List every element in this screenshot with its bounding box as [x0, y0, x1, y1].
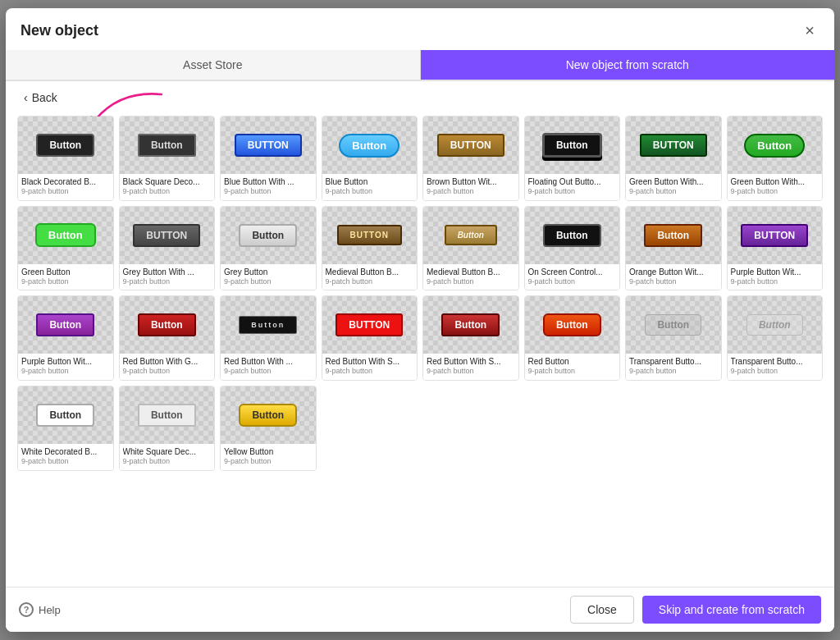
asset-grid-container: ButtonBlack Decorated B...9-patch button… — [6, 111, 834, 587]
asset-name: Medieval Button B... — [326, 267, 414, 277]
asset-info: White Square Dec...9-patch button — [120, 444, 215, 470]
asset-card[interactable]: ButtonOn Screen Control...9-patch button — [524, 206, 621, 291]
asset-info: Green Button9-patch button — [18, 264, 113, 290]
asset-info: Transparent Butto...9-patch button — [626, 354, 721, 380]
asset-card[interactable]: ButtonYellow Button9-patch button — [220, 386, 317, 471]
asset-info: Medieval Button B...9-patch button — [423, 264, 518, 290]
close-button[interactable]: Close — [570, 596, 634, 624]
button-preview-sample: Button — [744, 134, 805, 158]
button-preview-sample: BUTTON — [437, 134, 504, 157]
asset-preview: Button — [221, 386, 316, 444]
back-button[interactable]: ‹ Back — [19, 89, 62, 106]
asset-card[interactable]: ButtonWhite Square Dec...9-patch button — [119, 386, 216, 471]
button-preview-sample: BUTTON — [235, 134, 302, 157]
asset-type: 9-patch button — [123, 457, 212, 467]
asset-type: 9-patch button — [326, 367, 414, 377]
button-preview-sample: BUTTON — [337, 225, 402, 245]
asset-info: Floating Out Butto...9-patch button — [525, 174, 620, 200]
asset-info: Yellow Button9-patch button — [221, 444, 316, 470]
asset-info: Purple Button Wit...9-patch button — [728, 264, 823, 290]
asset-card[interactable]: BUTTONPurple Button Wit...9-patch button — [727, 206, 824, 291]
button-preview-sample: Button — [138, 404, 196, 427]
tab-asset-store[interactable]: Asset Store — [6, 50, 421, 80]
asset-type: 9-patch button — [123, 187, 212, 197]
asset-name: Grey Button — [224, 267, 313, 277]
asset-type: 9-patch button — [21, 367, 110, 377]
asset-preview: Button — [423, 207, 518, 264]
close-icon-button[interactable]: × — [800, 20, 819, 42]
button-preview-sample: Button — [36, 313, 94, 336]
asset-type: 9-patch button — [528, 367, 617, 377]
asset-card[interactable]: ButtonWhite Decorated B...9-patch button — [17, 386, 114, 471]
asset-card[interactable]: ButtonTransparent Butto...9-patch button — [625, 295, 722, 381]
asset-info: Medieval Button B...9-patch button — [322, 264, 418, 290]
asset-preview: BUTTON — [322, 296, 418, 354]
dialog-header: New object × — [6, 8, 834, 50]
button-preview-sample: Button — [36, 404, 94, 427]
asset-card[interactable]: BUTTONGrey Button With ...9-patch button — [119, 206, 216, 291]
asset-preview: BUTTON — [120, 207, 215, 264]
button-preview-sample: Button — [644, 224, 702, 247]
help-label: Help — [39, 604, 61, 616]
asset-card[interactable]: ButtonPurple Button Wit...9-patch button — [17, 295, 114, 381]
asset-card[interactable]: BUTTONMedieval Button B...9-patch button — [322, 206, 418, 291]
asset-preview: BUTTON — [221, 117, 316, 174]
asset-card[interactable]: BUTTONBlue Button With ...9-patch button — [220, 116, 317, 201]
asset-type: 9-patch button — [629, 277, 718, 287]
new-object-dialog: New object × Asset Store New object from… — [6, 8, 834, 632]
asset-preview: Button — [322, 117, 418, 174]
asset-preview: BUTTON — [626, 117, 721, 174]
asset-info: Brown Button Wit...9-patch button — [423, 174, 518, 200]
asset-info: Red Button9-patch button — [525, 354, 620, 380]
asset-type: 9-patch button — [21, 457, 110, 467]
asset-type: 9-patch button — [731, 277, 819, 287]
asset-preview: Button — [525, 117, 620, 174]
asset-card[interactable]: ButtonBlack Decorated B...9-patch button — [17, 116, 114, 201]
asset-type: 9-patch button — [326, 277, 414, 287]
tab-new-from-scratch[interactable]: New object from scratch — [421, 50, 835, 80]
asset-type: 9-patch button — [731, 187, 819, 197]
asset-preview: BUTTON — [728, 207, 823, 264]
asset-type: 9-patch button — [427, 277, 515, 287]
asset-name: Floating Out Butto... — [528, 176, 617, 187]
asset-preview: Button — [18, 207, 113, 264]
asset-name: Blue Button With ... — [224, 176, 313, 187]
asset-type: 9-patch button — [224, 367, 313, 377]
asset-name: On Screen Control... — [528, 267, 617, 277]
asset-preview: Button — [120, 296, 215, 354]
asset-card[interactable]: ButtonOrange Button Wit...9-patch button — [625, 206, 722, 291]
asset-card[interactable]: ButtonGrey Button9-patch button — [220, 206, 317, 291]
help-button[interactable]: ? Help — [19, 602, 61, 617]
asset-card[interactable]: BUTTONRed Button With S...9-patch button — [322, 295, 418, 381]
dialog-footer: ? Help Close Skip and create from scratc… — [6, 587, 834, 632]
asset-card[interactable]: ButtonGreen Button With...9-patch button — [727, 116, 824, 201]
asset-name: Transparent Butto... — [731, 356, 819, 367]
asset-card[interactable]: ButtonMedieval Button B...9-patch button — [422, 206, 519, 291]
asset-card[interactable]: ButtonRed Button With S...9-patch button — [422, 295, 519, 381]
asset-card[interactable]: ButtonBlack Square Deco...9-patch button — [119, 116, 216, 201]
asset-card[interactable]: ButtonTransparent Butto...9-patch button — [727, 295, 824, 381]
asset-name: Green Button With... — [629, 176, 718, 187]
asset-type: 9-patch button — [224, 277, 313, 287]
asset-card[interactable]: ButtonGreen Button9-patch button — [17, 206, 114, 291]
asset-info: Black Decorated B...9-patch button — [18, 174, 113, 200]
button-preview-sample: BUTTON — [336, 313, 403, 336]
asset-preview: Button — [525, 296, 620, 354]
asset-card[interactable]: BUTTONBrown Button Wit...9-patch button — [422, 116, 519, 201]
asset-type: 9-patch button — [21, 277, 110, 287]
asset-card[interactable]: ButtonRed Button9-patch button — [524, 295, 621, 381]
button-preview-sample: Button — [543, 224, 601, 247]
asset-name: Medieval Button B... — [427, 267, 515, 277]
asset-preview: Button — [626, 296, 721, 354]
asset-info: Grey Button9-patch button — [221, 264, 316, 290]
dialog-title: New object — [21, 22, 98, 39]
skip-and-create-button[interactable]: Skip and create from scratch — [642, 596, 821, 624]
asset-name: Red Button With G... — [123, 356, 212, 367]
asset-card[interactable]: ButtonRed Button With G...9-patch button — [119, 295, 216, 381]
asset-card[interactable]: BUTTONGreen Button With...9-patch button — [625, 116, 722, 201]
asset-card[interactable]: ButtonBlue Button9-patch button — [322, 116, 418, 201]
asset-card[interactable]: ButtonFloating Out Butto...9-patch butto… — [524, 116, 621, 201]
asset-name: Green Button — [21, 267, 110, 277]
asset-card[interactable]: ButtonRed Button With ...9-patch button — [220, 295, 317, 381]
button-preview-sample: Button — [138, 134, 196, 157]
